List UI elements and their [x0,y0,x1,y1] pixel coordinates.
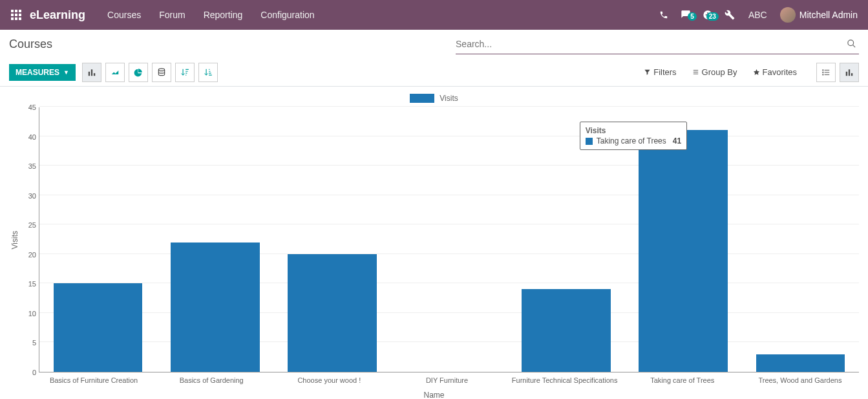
x-label: Trees, Wood and Gardens [741,372,859,384]
nav-forum[interactable]: Forum [150,0,194,30]
search-input[interactable] [456,39,844,49]
nav-reporting[interactable]: Reporting [195,0,252,30]
bar[interactable] [288,254,377,372]
y-tick: 45 [18,103,36,111]
apps-icon[interactable] [5,10,27,20]
measures-label: MEASURES [16,68,59,77]
bar-slot [625,107,742,372]
y-tick: 10 [18,310,36,318]
activities-icon[interactable]: 23 [697,10,719,20]
legend-swatch [410,94,434,103]
view-graph-icon[interactable] [840,63,859,82]
line-chart-icon[interactable] [105,63,125,82]
search-wrap [456,34,859,54]
x-label: Taking care of Trees [624,372,741,384]
filters-button[interactable]: Filters [636,67,684,77]
list-icon [692,69,699,76]
nav-courses[interactable]: Courses [98,0,150,30]
messages-badge: 5 [688,12,697,21]
svg-point-13 [823,72,823,72]
sort-asc-icon[interactable] [198,63,218,82]
chart-legend: Visits [9,89,859,107]
nav-configuration[interactable]: Configuration [251,0,323,30]
chart-area: Visits Visits 051015202530354045 Visits … [0,87,868,399]
svg-rect-3 [91,69,92,76]
svg-line-1 [852,45,855,47]
bar-slot [742,107,859,372]
bar[interactable] [756,354,845,372]
y-axis-ticks: 051015202530354045 [21,107,39,372]
y-tick: 5 [18,339,36,347]
stacked-chart-icon[interactable] [152,63,171,82]
messages-icon[interactable]: 5 [675,10,697,20]
filters-label: Filters [653,67,676,77]
groupby-button[interactable]: Group By [684,67,745,77]
debug-icon[interactable] [719,10,741,20]
y-tick: 30 [18,192,36,200]
pie-chart-icon[interactable] [129,63,148,82]
view-list-icon[interactable] [816,63,836,82]
y-tick: 35 [18,162,36,170]
x-axis-labels: Basics of Furniture CreationBasics of Ga… [35,372,859,384]
svg-point-5 [158,69,164,71]
x-label: Basics of Furniture Creation [35,372,153,384]
x-label: Basics of Gardening [153,372,270,384]
svg-point-12 [823,69,823,70]
bar-slot [273,107,390,372]
x-label: Furniture Technical Specifications [506,372,624,384]
activities-badge: 23 [706,12,719,21]
bar-slot [39,107,156,372]
x-label: DIY Furniture [388,372,505,384]
brand[interactable]: eLearning [30,8,85,22]
favorites-button[interactable]: Favorites [745,67,805,77]
avatar [780,7,796,23]
search-icon[interactable] [844,39,859,49]
svg-point-14 [823,74,823,74]
bar[interactable] [171,243,260,372]
caret-down-icon: ▼ [63,69,69,76]
svg-rect-16 [849,69,850,76]
favorites-label: Favorites [763,67,797,77]
svg-rect-15 [846,71,847,75]
star-icon [753,69,760,76]
bar[interactable] [522,289,611,372]
debug-label[interactable]: ABC [741,0,775,30]
page-title: Courses [9,38,52,51]
bar[interactable] [639,130,728,372]
y-tick: 0 [18,369,36,376]
bar-slot [390,107,507,372]
bar-slot [508,107,625,372]
x-label: Choose your wood ! [270,372,388,384]
svg-rect-17 [851,73,852,76]
measures-button[interactable]: MEASURES ▼ [9,64,76,81]
toolbar: MEASURES ▼ Filters Group By [0,58,868,87]
bar-chart-icon[interactable] [82,63,101,82]
legend-label: Visits [439,94,458,103]
y-axis-title: Visits [9,231,21,249]
svg-rect-2 [89,71,90,75]
filter-icon [644,69,651,76]
svg-point-0 [848,40,854,46]
y-tick: 25 [18,221,36,229]
x-axis-title: Name [9,391,859,399]
user-menu[interactable]: Mitchell Admin [775,7,863,23]
bar[interactable] [54,283,143,372]
y-tick: 15 [18,280,36,288]
y-tick: 20 [18,251,36,259]
bar-slot [156,107,273,372]
svg-rect-4 [94,73,95,76]
groupby-label: Group By [702,67,737,77]
sort-desc-icon[interactable] [175,63,195,82]
top-nav: eLearning Courses Forum Reporting Config… [0,0,868,30]
chart-plot: Visits Taking care of Trees 41 [39,107,859,372]
user-name: Mitchell Admin [799,10,858,20]
sub-bar: Courses [0,30,868,58]
y-tick: 40 [18,133,36,141]
phone-icon[interactable] [653,10,675,19]
